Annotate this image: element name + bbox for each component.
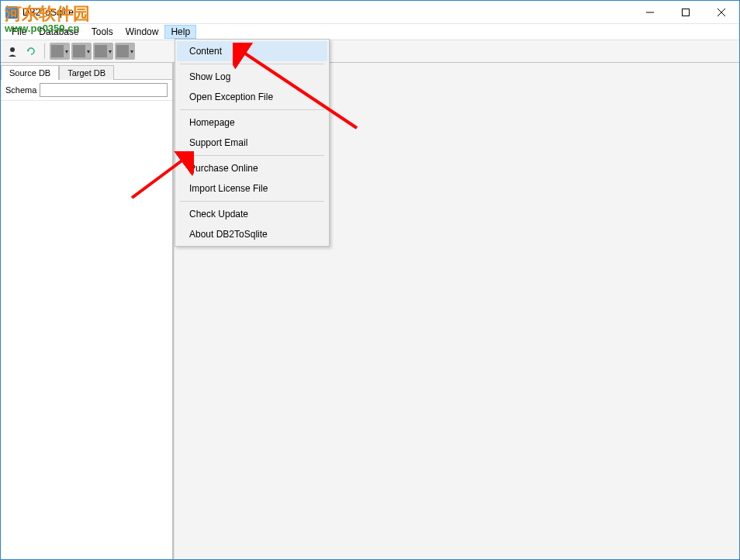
toolbar-dropdown-4[interactable]: ▾ bbox=[115, 43, 135, 60]
schema-row: Schema bbox=[1, 80, 172, 101]
db-tabs: Source DB Target DB bbox=[1, 63, 172, 80]
schema-select[interactable] bbox=[40, 83, 168, 97]
menu-separator bbox=[180, 64, 324, 64]
svg-rect-1 bbox=[683, 9, 690, 16]
menu-tools[interactable]: Tools bbox=[85, 25, 119, 39]
titlebar: DB2ToSqlite bbox=[1, 1, 739, 24]
menu-database[interactable]: Database bbox=[33, 25, 85, 39]
app-icon bbox=[5, 6, 18, 19]
minimize-button[interactable] bbox=[632, 1, 668, 24]
toolbar-icon bbox=[116, 45, 129, 57]
menu-help[interactable]: Help bbox=[164, 25, 196, 39]
menubar: File Database Tools Window Help bbox=[1, 24, 739, 40]
svg-point-4 bbox=[10, 47, 15, 52]
close-button[interactable] bbox=[704, 1, 739, 24]
help-import-license-file[interactable]: Import License File bbox=[177, 178, 327, 199]
chevron-down-icon: ▾ bbox=[87, 48, 90, 55]
maximize-button[interactable] bbox=[668, 1, 704, 24]
toolbar-dropdown-3[interactable]: ▾ bbox=[93, 43, 113, 60]
minimize-icon bbox=[646, 9, 654, 16]
window-title: DB2ToSqlite bbox=[22, 7, 74, 18]
toolbar-refresh-icon[interactable] bbox=[22, 43, 40, 60]
help-about[interactable]: About DB2ToSqlite bbox=[177, 224, 327, 244]
toolbar: ▾ ▾ ▾ ▾ bbox=[1, 40, 739, 63]
toolbar-icon bbox=[51, 45, 64, 57]
chevron-down-icon: ▾ bbox=[130, 48, 133, 55]
help-homepage[interactable]: Homepage bbox=[177, 112, 327, 133]
menu-separator bbox=[180, 201, 324, 202]
left-panel: Source DB Target DB Schema bbox=[1, 63, 174, 559]
toolbar-dropdown-2[interactable]: ▾ bbox=[71, 43, 92, 60]
tab-target-db[interactable]: Target DB bbox=[59, 65, 114, 80]
help-dropdown: Content Show Log Open Exception File Hom… bbox=[175, 39, 330, 247]
menu-file[interactable]: File bbox=[5, 25, 33, 39]
chevron-down-icon: ▾ bbox=[65, 48, 68, 55]
menu-separator bbox=[180, 155, 324, 156]
chevron-down-icon: ▾ bbox=[109, 48, 112, 55]
object-tree[interactable] bbox=[1, 101, 172, 559]
toolbar-icon bbox=[95, 45, 107, 57]
help-support-email[interactable]: Support Email bbox=[177, 133, 327, 153]
refresh-icon bbox=[26, 46, 36, 57]
schema-label: Schema bbox=[5, 85, 36, 95]
toolbar-separator bbox=[44, 43, 45, 59]
user-icon bbox=[7, 46, 18, 57]
maximize-icon bbox=[682, 9, 690, 16]
client-area: Source DB Target DB Schema bbox=[1, 63, 739, 559]
help-purchase-online[interactable]: Purchase Online bbox=[177, 158, 327, 178]
menu-window[interactable]: Window bbox=[119, 25, 165, 39]
help-show-log[interactable]: Show Log bbox=[177, 67, 327, 87]
help-content[interactable]: Content bbox=[177, 41, 327, 61]
menu-separator bbox=[180, 109, 324, 110]
close-icon bbox=[718, 9, 725, 16]
tab-source-db[interactable]: Source DB bbox=[1, 65, 59, 80]
toolbar-icon bbox=[73, 45, 85, 57]
help-open-exception-file[interactable]: Open Exception File bbox=[177, 87, 327, 107]
toolbar-dropdown-1[interactable]: ▾ bbox=[50, 43, 70, 60]
toolbar-connection-icon[interactable] bbox=[4, 43, 21, 60]
main-window: DB2ToSqlite File Database Tools Window H… bbox=[0, 0, 740, 560]
help-check-update[interactable]: Check Update bbox=[177, 204, 327, 224]
